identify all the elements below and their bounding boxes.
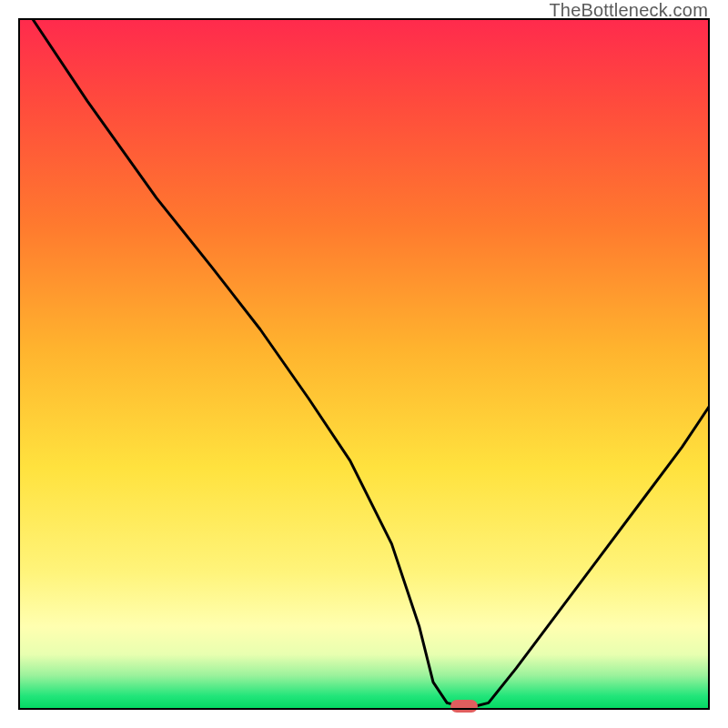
bottleneck-curve xyxy=(18,18,710,710)
optimum-marker xyxy=(450,700,478,713)
chart-canvas: TheBottleneck.com xyxy=(0,0,728,728)
watermark-text: TheBottleneck.com xyxy=(549,0,708,21)
